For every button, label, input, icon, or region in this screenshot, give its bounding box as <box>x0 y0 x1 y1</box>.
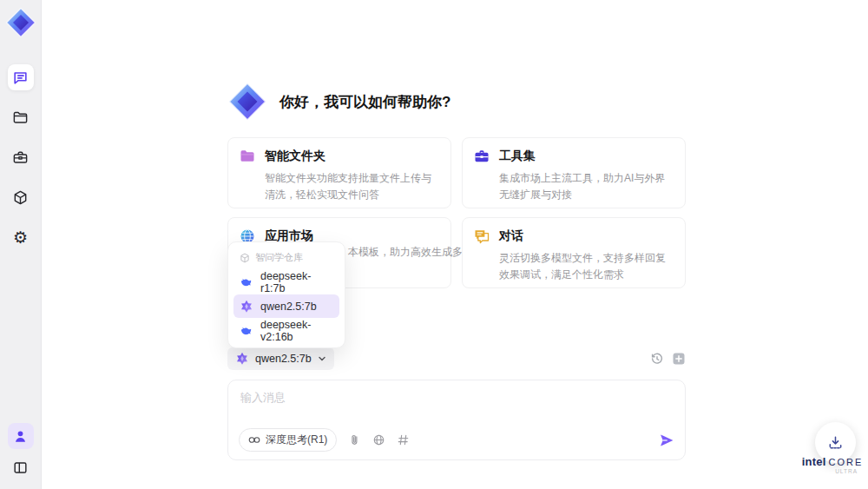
globe-icon[interactable] <box>372 433 385 446</box>
model-selector-value: qwen2.5:7b <box>255 353 312 365</box>
sidebar-item-account[interactable] <box>8 423 34 449</box>
selector-row: qwen2.5:7b <box>227 347 686 370</box>
model-dropdown-header-label: 智问学仓库 <box>255 251 303 264</box>
sidebar-item-chat[interactable] <box>8 64 34 90</box>
grid-icon[interactable] <box>397 433 410 446</box>
model-selector-button[interactable]: qwen2.5:7b <box>227 347 334 370</box>
toolset-icon <box>473 148 490 165</box>
chat-icon <box>12 69 29 86</box>
card-title: 工具集 <box>499 149 536 164</box>
panel-icon <box>12 459 29 476</box>
sidebar: ⚙ <box>0 0 42 489</box>
folder-icon <box>12 109 29 126</box>
paperclip-icon[interactable] <box>348 433 361 446</box>
model-option-label: qwen2.5:7b <box>260 301 317 313</box>
sidebar-item-models[interactable] <box>8 184 34 210</box>
card-toolset[interactable]: 工具集 集成市场上主流工具，助力AI与外界无缝扩展与对接 <box>462 137 686 208</box>
card-title: 对话 <box>499 228 523 244</box>
briefcase-icon <box>12 149 29 166</box>
smart-folder-icon <box>239 148 256 165</box>
card-description: 灵活切换多模型文件，支持多样回复效果调试，满足个性化需求 <box>499 250 674 282</box>
card-description-visible: 本模板，助力高效生成多 <box>348 245 463 260</box>
card-dialog[interactable]: 对话 灵活切换多模型文件，支持多样回复效果调试，满足个性化需求 <box>462 217 686 288</box>
card-description: 集成市场上主流工具，助力AI与外界无缝扩展与对接 <box>499 170 674 202</box>
deepseek-icon <box>240 275 253 289</box>
app-logo-icon <box>227 82 267 122</box>
model-option-deepseek-r1[interactable]: deepseek-r1:7b <box>233 270 339 294</box>
model-dropdown: 智问学仓库 deepseek-r1:7b qwen2.5:7b deepseek… <box>227 241 345 348</box>
model-option-deepseek-v2[interactable]: deepseek-v2:16b <box>233 319 339 342</box>
greeting-block: 你好，我可以如何帮助你? <box>227 82 450 122</box>
sidebar-item-folders[interactable] <box>8 104 34 130</box>
card-title: 智能文件夹 <box>265 149 326 164</box>
deep-think-label: 深度思考(R1) <box>266 433 327 447</box>
intel-wordmark: intel <box>802 456 826 467</box>
sidebar-item-settings[interactable]: ⚙ <box>8 224 34 250</box>
model-dropdown-header: 智问学仓库 <box>233 248 339 270</box>
deepseek-icon <box>240 324 253 338</box>
new-chat-icon <box>672 352 686 366</box>
composer: 深度思考(R1) <box>227 380 686 460</box>
cube-icon <box>12 189 29 206</box>
chevron-down-icon <box>318 354 326 363</box>
history-icon <box>650 352 664 366</box>
core-wordmark: core <box>828 458 863 467</box>
dialog-icon <box>473 228 490 245</box>
intel-core-badge: intel core ultra <box>804 456 861 475</box>
model-option-qwen[interactable]: qwen2.5:7b <box>233 294 339 318</box>
person-icon <box>12 428 29 445</box>
message-input[interactable] <box>240 390 673 423</box>
qwen-icon <box>240 300 253 314</box>
send-icon[interactable] <box>659 433 674 448</box>
repo-icon <box>240 253 250 263</box>
sidebar-item-panel[interactable] <box>8 454 34 480</box>
ultra-wordmark: ultra <box>804 469 861 475</box>
deep-think-toggle[interactable]: 深度思考(R1) <box>239 428 337 452</box>
greeting-title: 你好，我可以如何帮助你? <box>279 92 450 112</box>
card-description: 智能文件夹功能支持批量文件上传与清洗，轻松实现文件问答 <box>265 170 440 202</box>
app-logo-icon <box>5 7 36 38</box>
gear-icon: ⚙ <box>13 229 28 246</box>
deepthink-icon <box>248 435 260 445</box>
card-smart-folder[interactable]: 智能文件夹 智能文件夹功能支持批量文件上传与清洗，轻松实现文件问答 <box>227 137 451 208</box>
history-button[interactable] <box>650 352 664 366</box>
new-chat-button[interactable] <box>672 352 686 366</box>
download-icon <box>827 434 844 451</box>
model-option-label: deepseek-v2:16b <box>260 319 333 343</box>
qwen-icon <box>235 352 249 366</box>
model-option-label: deepseek-r1:7b <box>260 270 333 294</box>
sidebar-item-toolbox[interactable] <box>8 144 34 170</box>
